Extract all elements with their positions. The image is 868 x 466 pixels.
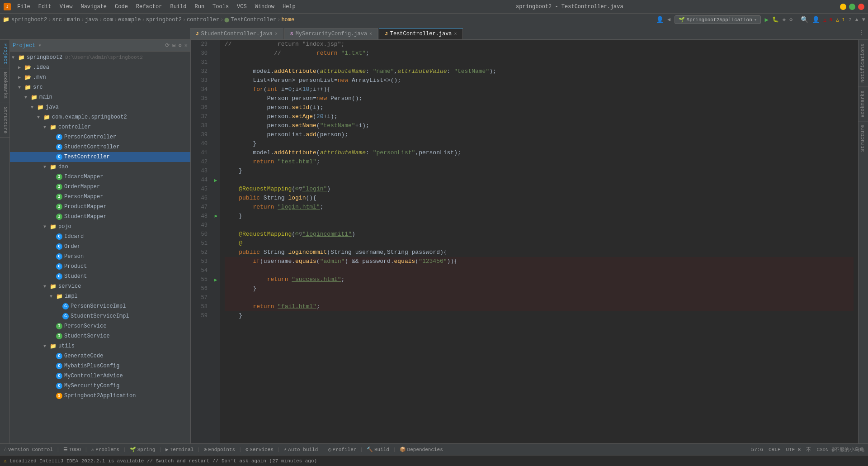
menu-navigate[interactable]: Navigate — [77, 2, 110, 11]
version-control-item[interactable]: ⑃ Version Control — [4, 447, 53, 452]
tree-studentcontroller[interactable]: ▶ C StudentController — [10, 142, 190, 152]
todo-item[interactable]: ☰ TODO — [63, 447, 81, 452]
project-collapse-icon[interactable]: ⊟ — [172, 42, 175, 49]
tree-personserviceimpl[interactable]: ▶ C PersonServiceImpl — [10, 301, 190, 311]
more-run-button[interactable]: ⚙ — [789, 16, 793, 23]
tree-root[interactable]: ▼ 📁 springboot2 D:\Users\Admin\springboo… — [10, 52, 190, 62]
tree-studentmapper[interactable]: ▶ I StudentMapper — [10, 212, 190, 222]
warning-indicator[interactable]: △ 1 — [836, 17, 845, 23]
tree-order[interactable]: ▶ C Order — [10, 242, 190, 252]
tab-studentcontroller[interactable]: J StudentController.java × — [190, 28, 283, 39]
bc-main[interactable]: main — [67, 17, 80, 23]
menu-code[interactable]: Code — [111, 2, 132, 11]
tree-com-example[interactable]: ▼ 📁 com.example.springboot2 — [10, 112, 190, 122]
menu-tools[interactable]: Tools — [209, 2, 232, 11]
tab-close-icon[interactable]: × — [369, 32, 372, 37]
project-settings-icon[interactable]: ⚙ — [179, 42, 182, 49]
tab-mysercurityconfig[interactable]: S MySercurityConfig.java × — [284, 28, 378, 39]
run-gutter-icon-2[interactable]: ▶ — [214, 277, 217, 283]
tabs-menu-icon[interactable]: ⋮ — [859, 29, 864, 36]
error-indicator[interactable]: △ 5 — [823, 17, 832, 23]
close-button[interactable] — [858, 4, 864, 10]
tree-productmapper[interactable]: ▶ I ProductMapper — [10, 202, 190, 212]
profiler-item[interactable]: ◷ Profiler — [328, 447, 356, 452]
menu-edit[interactable]: Edit — [35, 2, 55, 11]
project-dropdown-icon[interactable]: ▾ — [38, 42, 41, 49]
bc-home[interactable]: home — [281, 17, 294, 23]
menu-run[interactable]: Run — [191, 2, 208, 11]
tree-mycontrolleradvice[interactable]: ▶ C MyControllerAdvice — [10, 371, 190, 381]
tree-mybatisplusconfig[interactable]: ▶ C MybatisPlusConfig — [10, 361, 190, 371]
left-tab-bookmarks[interactable]: Bookmarks — [0, 68, 9, 103]
tree-src[interactable]: ▼ 📁 src — [10, 82, 190, 92]
bc-com[interactable]: com — [103, 17, 113, 23]
code-area[interactable]: // return "index.jsp"; // return "1.txt"… — [220, 40, 858, 443]
spring-item[interactable]: 🌱 Spring — [130, 447, 156, 452]
tree-service[interactable]: ▼ 📁 service — [10, 281, 190, 291]
left-tab-structure[interactable]: Structure — [0, 103, 9, 138]
menu-help[interactable]: Help — [279, 2, 299, 11]
project-sync-icon[interactable]: ⟳ — [165, 42, 170, 49]
right-tab-bookmarks[interactable]: Bookmarks — [859, 86, 868, 121]
tree-idcardmapper[interactable]: ▶ I IdcardMapper — [10, 172, 190, 182]
tree-testcontroller[interactable]: ▶ C TestController — [10, 152, 190, 162]
coverage-button[interactable]: ◈ — [783, 16, 786, 23]
project-hide-icon[interactable]: ✕ — [184, 42, 188, 49]
run-gutter-icon[interactable]: ▶ — [214, 177, 217, 183]
search-icon[interactable]: 🔍 — [801, 16, 808, 24]
right-tab-notifications[interactable]: Notifications — [859, 40, 868, 86]
tree-controller[interactable]: ▼ 📁 controller — [10, 122, 190, 132]
tree-idcard[interactable]: ▶ C Idcard — [10, 232, 190, 242]
bc-example[interactable]: example — [118, 17, 141, 23]
tree-java[interactable]: ▼ 📁 java — [10, 102, 190, 112]
menu-file[interactable]: File — [14, 2, 34, 11]
tree-studentservice[interactable]: ▶ I StudentService — [10, 331, 190, 341]
tree-utils[interactable]: ▼ 📁 utils — [10, 341, 190, 351]
terminal-item[interactable]: ▶ Terminal — [165, 447, 193, 452]
hint-indicator[interactable]: 7 — [849, 17, 852, 23]
menu-view[interactable]: View — [56, 2, 76, 11]
left-tab-project[interactable]: Project — [0, 40, 9, 68]
debug-button[interactable]: 🐛 — [772, 16, 779, 23]
tree-springboot2application[interactable]: ▶ S Springboot2Application — [10, 391, 190, 401]
menu-window[interactable]: Window — [251, 2, 278, 11]
tree-mvn[interactable]: ▶ 📂 .mvn — [10, 72, 190, 82]
tree-ordermapper[interactable]: ▶ I OrderMapper — [10, 182, 190, 192]
tree-impl[interactable]: ▼ 📁 impl — [10, 291, 190, 301]
dependencies-item[interactable]: 📦 Dependencies — [400, 447, 443, 452]
expand-icon[interactable]: ▲ — [855, 17, 859, 23]
run-button[interactable]: ▶ — [764, 16, 768, 24]
endpoints-item[interactable]: ⊙ Endpoints — [204, 447, 235, 452]
bc-springboot2[interactable]: springboot2 — [11, 17, 47, 23]
bc-controller[interactable]: controller — [187, 17, 219, 23]
tab-close-icon[interactable]: × — [275, 32, 278, 37]
tree-generatecode[interactable]: ▶ C GenerateCode — [10, 351, 190, 361]
bc-springboot2-2[interactable]: springboot2 — [146, 17, 182, 23]
bc-src[interactable]: src — [52, 17, 62, 23]
tree-student[interactable]: ▶ C Student — [10, 271, 190, 281]
tree-idea[interactable]: ▶ 📂 .idea — [10, 62, 190, 72]
profile-icon[interactable]: 👤 — [656, 16, 664, 24]
back-icon[interactable]: ◄ — [667, 17, 670, 23]
menu-vcs[interactable]: VCS — [233, 2, 250, 11]
right-tab-structure[interactable]: Structure — [859, 121, 868, 155]
tree-person[interactable]: ▶ C Person — [10, 252, 190, 262]
run-config[interactable]: 🌱 Springboot2Application ▾ — [675, 15, 761, 24]
tree-dao[interactable]: ▼ 📁 dao — [10, 162, 190, 172]
tree-personmapper[interactable]: ▶ I PersonMapper — [10, 192, 190, 202]
bc-testcontroller[interactable]: ⬤TestController — [224, 17, 276, 23]
tree-main[interactable]: ▼ 📁 main — [10, 92, 190, 102]
collapse-icon[interactable]: ▼ — [862, 17, 865, 23]
autobuild-item[interactable]: ⚡ Auto-build — [284, 447, 318, 452]
tab-testcontroller[interactable]: J TestController.java × — [379, 28, 462, 39]
minimize-button[interactable] — [840, 4, 846, 10]
build-item[interactable]: 🔨 Build — [367, 447, 389, 452]
user-icon[interactable]: 👤 — [812, 16, 820, 24]
tree-personcontroller[interactable]: ▶ C PersonController — [10, 132, 190, 142]
bc-java[interactable]: java — [85, 17, 98, 23]
menu-build[interactable]: Build — [166, 2, 190, 11]
tab-close-active-icon[interactable]: × — [454, 32, 457, 37]
services-item[interactable]: ⚙ Services — [245, 447, 274, 452]
tree-product[interactable]: ▶ C Product — [10, 262, 190, 271]
tree-studentserviceimpl[interactable]: ▶ C StudentServiceImpl — [10, 311, 190, 321]
